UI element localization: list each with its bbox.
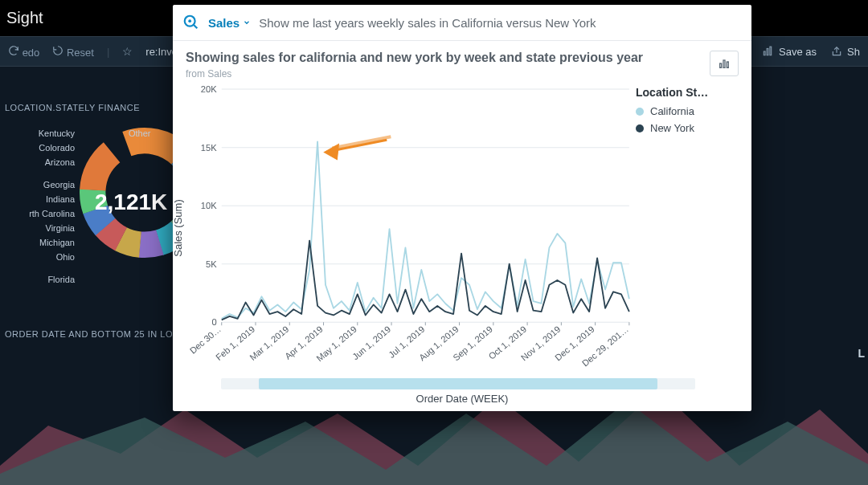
svg-text:20K: 20K bbox=[201, 84, 217, 94]
query-text: Show me last years weekly sales in Calif… bbox=[259, 16, 596, 30]
legend-item[interactable]: New York bbox=[636, 122, 740, 134]
legend-label: California bbox=[650, 105, 694, 117]
svg-text:15K: 15K bbox=[201, 143, 217, 153]
svg-rect-18 bbox=[723, 60, 725, 67]
svg-marker-58 bbox=[324, 144, 338, 159]
app-name: Sight bbox=[6, 9, 43, 27]
svg-rect-0 bbox=[764, 51, 765, 55]
saveas-button[interactable]: Save as bbox=[761, 46, 817, 58]
svg-rect-1 bbox=[767, 49, 768, 55]
svg-text:5K: 5K bbox=[206, 259, 217, 269]
donut-label-other: Other bbox=[129, 128, 151, 138]
bg-legend-letter: L bbox=[858, 347, 865, 360]
donut-label: Michigan bbox=[6, 238, 75, 247]
donut-center-value: 2,121K bbox=[95, 190, 167, 215]
svg-line-56 bbox=[332, 137, 391, 148]
donut-label: Indiana bbox=[6, 194, 75, 204]
donut-label: Ohio bbox=[6, 252, 75, 262]
bg-section1-title: LOCATION.STATELY FINANCE bbox=[5, 103, 140, 112]
x-axis-scrollbar[interactable] bbox=[221, 378, 695, 389]
legend-swatch bbox=[636, 108, 644, 116]
x-axis-label: Order Date (WEEK) bbox=[173, 389, 751, 411]
donut-label bbox=[6, 172, 75, 175]
svg-rect-19 bbox=[727, 62, 728, 67]
redo-button[interactable]: edo bbox=[8, 45, 39, 59]
chevron-down-icon bbox=[243, 18, 251, 26]
result-title: Showing sales for california and new yor… bbox=[186, 51, 643, 65]
donut-label: Kentucky bbox=[6, 128, 75, 138]
legend-label: New York bbox=[650, 122, 694, 134]
donut-label: Arizona bbox=[6, 157, 75, 167]
share-button[interactable]: Sh bbox=[831, 46, 860, 58]
query-result-card: Sales Show me last years weekly sales in… bbox=[173, 5, 751, 411]
result-subtitle: from Sales bbox=[186, 68, 643, 79]
svg-rect-2 bbox=[770, 47, 772, 55]
donut-label: Georgia bbox=[6, 180, 75, 190]
star-icon[interactable]: ☆ bbox=[122, 45, 133, 58]
bar-chart-icon bbox=[717, 57, 731, 70]
x-axis-scroll-thumb[interactable] bbox=[259, 378, 657, 389]
chart-type-button[interactable] bbox=[710, 51, 739, 76]
donut-label bbox=[6, 267, 75, 270]
svg-text:10K: 10K bbox=[201, 201, 217, 210]
donut-label: rth Carolina bbox=[6, 209, 75, 218]
donut-labels-left: KentuckyColoradoArizonaGeorgiaIndianarth… bbox=[6, 128, 75, 284]
query-topic-dropdown[interactable]: Sales bbox=[208, 16, 251, 30]
line-chart[interactable]: Sales (Sum) 05K10K15K20KDec 30…Feb 1, 20… bbox=[179, 83, 636, 373]
query-bar[interactable]: Sales Show me last years weekly sales in… bbox=[173, 5, 751, 41]
legend-title: Location St… bbox=[636, 86, 740, 99]
donut-label: Colorado bbox=[6, 143, 75, 153]
donut-label: Virginia bbox=[6, 223, 75, 233]
svg-line-15 bbox=[194, 25, 198, 29]
svg-point-16 bbox=[188, 19, 191, 22]
chart-legend: Location St… CaliforniaNew York bbox=[636, 83, 740, 373]
legend-item[interactable]: California bbox=[636, 105, 740, 117]
svg-rect-17 bbox=[720, 63, 722, 67]
annotation-arrow bbox=[324, 137, 391, 159]
q-search-icon bbox=[182, 14, 200, 31]
reset-button[interactable]: Reset bbox=[52, 45, 94, 59]
legend-swatch bbox=[636, 124, 644, 132]
donut-label: Florida bbox=[6, 275, 75, 284]
